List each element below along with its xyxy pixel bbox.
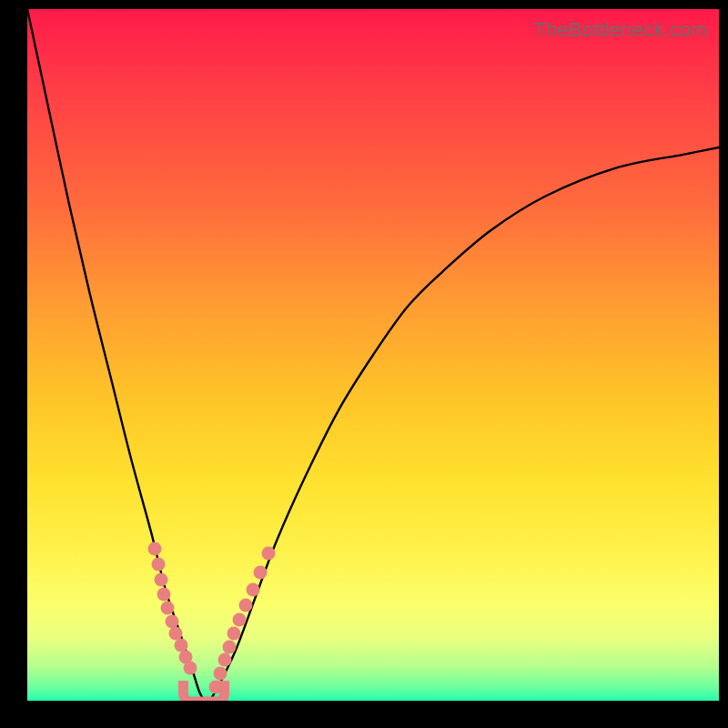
scatter-dot [228,627,241,641]
plot-area: TheBottleneck.com [27,9,719,701]
scatter-dot [262,547,276,561]
scatter-dot [233,613,247,627]
scatter-dot [217,653,231,667]
scatter-dot [239,599,253,612]
scatter-dot [222,640,236,653]
scatter-dot [214,666,228,680]
scatter-dot [161,602,175,615]
scatter-dot [147,541,161,555]
curve-path [27,9,719,701]
valley-marker [178,680,229,701]
bottleneck-curve [27,9,719,701]
scatter-dot [246,582,259,596]
scatter-dot [254,565,268,579]
scatter-dot [151,558,165,571]
chart-frame: TheBottleneck.com [0,0,728,728]
scatter-dot [154,573,167,587]
watermark-text: TheBottleneck.com [533,18,708,42]
scatter-dot [157,587,171,601]
scatter-dot [184,661,197,674]
